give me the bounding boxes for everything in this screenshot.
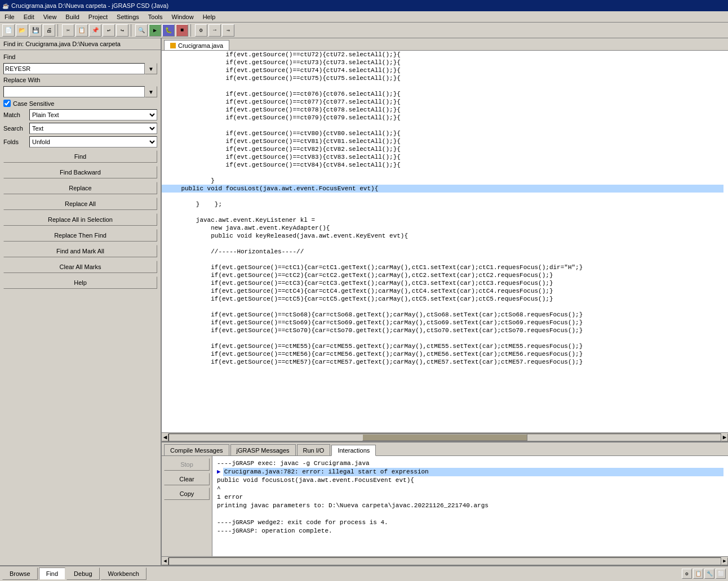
find-input-row: ▼ [3, 63, 157, 74]
tb-compile-btn[interactable]: ⚙ [195, 24, 207, 37]
replace-button[interactable]: Replace [3, 182, 157, 194]
output-line-3: public void focusLost(java.awt.event.Foc… [217, 476, 723, 485]
search-select[interactable]: Text [29, 123, 157, 134]
status-icon-2[interactable]: 📋 [693, 569, 703, 579]
code-line: if(evt.getSource()==ctU72){ctU72.selectA… [166, 51, 723, 365]
menu-view[interactable]: View [39, 11, 61, 22]
folds-select[interactable]: Unfold [29, 136, 157, 148]
file-tab-crucigrama[interactable]: Crucigrama.java [164, 40, 229, 50]
menu-build[interactable]: Build [61, 11, 83, 22]
code-area: if(evt.getSource()==ctU72){ctU72.selectA… [162, 51, 728, 441]
scroll-left-btn[interactable]: ◀ [162, 433, 168, 441]
replace-all-button[interactable]: Replace All [3, 198, 157, 210]
tab-compile-messages[interactable]: Compile Messages [164, 444, 229, 455]
status-icon-4[interactable]: ⬜ [716, 569, 726, 579]
tab-run-io[interactable]: Run I/O [297, 444, 331, 455]
main-container: Find in: Crucigrama.java D:\Nueva carpet… [0, 38, 728, 565]
status-tab-workbench[interactable]: Workbench [101, 567, 147, 580]
menu-tools[interactable]: Tools [144, 11, 167, 22]
bottom-content: Stop Clear Copy ----jGRASP exec: javac -… [162, 456, 728, 556]
tab-jgrasp-messages[interactable]: jGRASP Messages [230, 444, 296, 455]
title-bar: ☕ Crucigrama.java D:\Nueva carpeta - jGR… [0, 0, 728, 11]
bottom-scroll-right[interactable]: ▶ [721, 557, 728, 565]
bottom-area: Compile Messages jGRASP Messages Run I/O… [162, 441, 728, 565]
output-line-1: ----jGRASP exec: javac -g Crucigrama.jav… [217, 459, 723, 468]
output-line-4: ^ [217, 485, 723, 493]
arrow-marker: ▶ [217, 468, 221, 476]
replace-dropdown-btn[interactable]: ▼ [145, 86, 157, 97]
find-button[interactable]: Find [3, 150, 157, 163]
error-highlight: Crucigrama.java:782: error: illegal star… [223, 468, 723, 476]
case-sensitive-checkbox[interactable] [3, 100, 11, 107]
tb-sep2 [131, 24, 133, 37]
output-line-2: ▶ Crucigrama.java:782: error: illegal st… [217, 468, 723, 476]
tb-new-btn[interactable]: 📄 [2, 24, 15, 37]
file-tab-label: Crucigrama.java [178, 42, 223, 49]
bottom-scroll-left[interactable]: ◀ [162, 557, 168, 565]
h-scrollbar-track[interactable] [168, 433, 721, 441]
tb-print-btn[interactable]: 🖨 [43, 24, 55, 37]
status-icon-1[interactable]: ⚙ [682, 569, 692, 579]
tb-step2-btn[interactable]: ⇒ [222, 24, 234, 37]
status-tab-find[interactable]: Find [39, 567, 65, 580]
replace-label: Replace With [3, 77, 157, 83]
tb-paste-btn[interactable]: 📌 [89, 24, 101, 37]
file-tabs: Crucigrama.java [162, 38, 728, 51]
find-dropdown-btn[interactable]: ▼ [145, 63, 157, 74]
clear-button[interactable]: Clear [164, 473, 210, 485]
find-input[interactable] [3, 63, 145, 74]
tb-save-btn[interactable]: 💾 [29, 24, 42, 37]
search-row: Search Text [3, 123, 157, 134]
h-scrollbar[interactable]: ◀ ▶ [162, 432, 728, 441]
menu-help[interactable]: Help [198, 11, 220, 22]
output-line-7 [217, 510, 723, 519]
copy-button[interactable]: Copy [164, 488, 210, 500]
code-scroll[interactable]: if(evt.getSource()==ctU72){ctU72.selectA… [162, 51, 728, 432]
output-line-5: 1 error [217, 493, 723, 502]
tb-undo-btn[interactable]: ↩ [103, 24, 115, 37]
menu-file[interactable]: File [0, 11, 19, 22]
find-label: Find [3, 53, 157, 60]
match-label: Match [3, 111, 26, 118]
status-icon-3[interactable]: 🔧 [704, 569, 714, 579]
menu-project[interactable]: Project [84, 11, 112, 22]
tab-interactions[interactable]: Interactions [331, 445, 376, 456]
status-tab-debug[interactable]: Debug [66, 567, 99, 580]
match-select[interactable]: Plain Text [29, 109, 157, 120]
bottom-h-track[interactable] [168, 557, 721, 565]
code-content: if(evt.getSource()==ctU72){ctU72.selectA… [162, 51, 728, 432]
clear-all-marks-button[interactable]: Clear All Marks [3, 261, 157, 273]
tb-cut-btn[interactable]: ✂ [62, 24, 74, 37]
replace-all-selection-button[interactable]: Replace All in Selection [3, 213, 157, 226]
stop-button[interactable]: Stop [164, 458, 210, 471]
menu-window[interactable]: Window [167, 11, 198, 22]
tb-debug-btn[interactable]: 🐛 [162, 24, 175, 37]
help-button[interactable]: Help [3, 276, 157, 289]
menu-settings[interactable]: Settings [112, 11, 144, 22]
toolbar: 📄 📂 💾 🖨 ✂ 📋 📌 ↩ ↪ 🔍 ▶ 🐛 ■ ⚙ → ⇒ [0, 23, 728, 38]
status-tab-browse[interactable]: Browse [2, 567, 38, 580]
tb-redo-btn[interactable]: ↪ [116, 24, 128, 37]
replace-then-find-button[interactable]: Replace Then Find [3, 229, 157, 242]
status-icons: ⚙ 📋 🔧 ⬜ [682, 569, 726, 579]
replace-input-row: ▼ [3, 86, 157, 97]
right-panel: Crucigrama.java if(evt.getSource()==ctU7… [162, 38, 728, 565]
menu-edit[interactable]: Edit [19, 11, 39, 22]
find-backward-button[interactable]: Find Backward [3, 166, 157, 178]
output-line-6: printing javac parameters to: D:\Nueva c… [217, 502, 723, 510]
tb-copy-btn[interactable]: 📋 [76, 24, 88, 37]
tb-open-btn[interactable]: 📂 [16, 24, 28, 37]
find-mark-all-button[interactable]: Find and Mark All [3, 245, 157, 257]
bottom-sidebar: Stop Clear Copy [162, 456, 212, 556]
tb-step-btn[interactable]: → [208, 24, 221, 37]
bottom-h-scrollbar[interactable]: ◀ ▶ [162, 556, 728, 565]
tb-find-btn[interactable]: 🔍 [135, 24, 148, 37]
find-content: Find ▼ Replace With ▼ Case Sensitive Mat… [0, 50, 161, 565]
tb-stop-btn[interactable]: ■ [176, 24, 188, 37]
bottom-tabs: Compile Messages jGRASP Messages Run I/O… [162, 443, 728, 456]
tb-run-btn[interactable]: ▶ [149, 24, 161, 37]
scroll-right-btn[interactable]: ▶ [721, 433, 728, 441]
replace-input[interactable] [3, 86, 145, 97]
search-label: Search [3, 125, 26, 132]
h-scrollbar-thumb[interactable] [362, 434, 528, 441]
